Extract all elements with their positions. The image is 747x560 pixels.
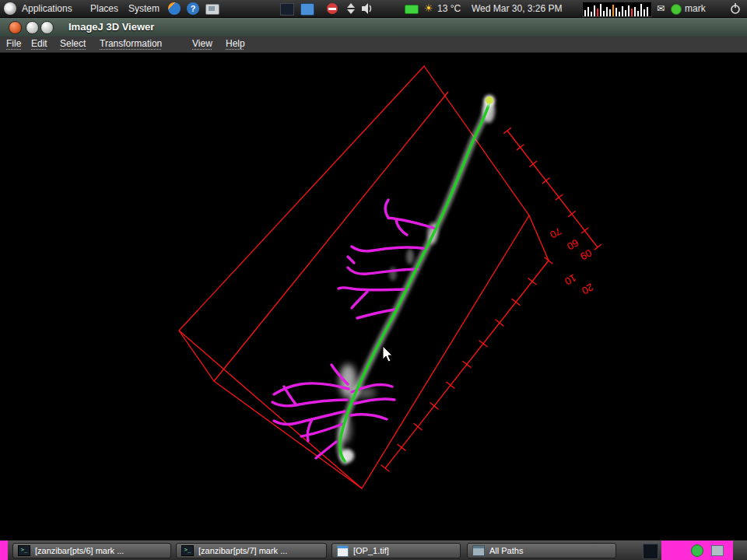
bounding-box xyxy=(179,66,549,488)
firefox-launcher-icon[interactable] xyxy=(168,2,181,15)
bottom-taskbar: >_ [zanzibar[pts/6] mark ... >_ [zanziba… xyxy=(0,540,747,560)
places-menu[interactable]: Places xyxy=(87,0,121,17)
network-offline-icon[interactable] xyxy=(327,3,338,14)
window-minimize-button[interactable] xyxy=(26,21,39,34)
main-traced-path xyxy=(340,103,489,461)
menu-help[interactable]: Help xyxy=(226,37,245,52)
menu-edit[interactable]: Edit xyxy=(31,37,47,52)
screenshot-launcher-icon[interactable] xyxy=(205,4,219,15)
power-icon[interactable] xyxy=(730,3,741,20)
menu-file[interactable]: File xyxy=(6,37,21,52)
tray-window-icon-small[interactable] xyxy=(711,545,724,556)
taskbar-button-image[interactable]: [OP_1.tif] xyxy=(331,543,461,558)
weather-icon[interactable]: ☀ xyxy=(424,0,433,17)
envelope-icon[interactable]: ✉ xyxy=(657,0,665,17)
temperature-label: 13 °C xyxy=(437,0,461,17)
window-titlebar[interactable]: ImageJ 3D Viewer xyxy=(0,17,747,37)
menu-view[interactable]: View xyxy=(192,37,212,52)
path-endpoint-marker xyxy=(484,95,495,106)
window-maximize-button[interactable] xyxy=(40,21,54,34)
system-menu[interactable]: System xyxy=(125,0,163,17)
top-panel: Applications Places System ? ☀ 13 °C Wed… xyxy=(0,0,747,18)
taskbar-button-label: [zanzibar[pts/7] mark ... xyxy=(198,546,287,555)
updown-arrows-icon[interactable] xyxy=(346,3,356,20)
taskbar-button-terminal-2[interactable]: >_ [zanzibar[pts/7] mark ... xyxy=(176,543,327,558)
3d-scene: 70 60 09 10 20 xyxy=(0,52,747,540)
terminal-icon: >_ xyxy=(18,545,30,556)
taskbar-button-label: [zanzibar[pts/6] mark ... xyxy=(35,546,124,555)
system-monitor-graph[interactable] xyxy=(582,2,652,17)
applications-menu[interactable]: Applications xyxy=(19,0,75,17)
viewer-canvas[interactable]: 70 60 09 10 20 xyxy=(0,52,747,540)
window-close-button[interactable] xyxy=(9,21,22,34)
tray-window-icon[interactable] xyxy=(280,3,294,16)
dendrite-branches xyxy=(272,200,436,458)
network-monitor-icon[interactable] xyxy=(405,5,419,14)
tray-dark-icon[interactable] xyxy=(643,544,658,559)
paths-window-icon xyxy=(472,545,485,556)
menubar: File Edit Select Transformation View Hel… xyxy=(0,37,747,53)
tray-app-icon[interactable] xyxy=(300,3,314,16)
username-label[interactable]: mark xyxy=(685,0,706,17)
menu-transformation[interactable]: Transformation xyxy=(100,37,162,52)
axis-label-60: 60 xyxy=(565,236,580,252)
clock-label[interactable]: Wed Mar 30, 3:26 PM xyxy=(472,0,563,17)
status-available-icon[interactable] xyxy=(671,4,682,15)
menu-select[interactable]: Select xyxy=(60,37,86,52)
taskbar-button-all-paths[interactable]: All Paths xyxy=(467,543,616,558)
axis-label-10: 10 xyxy=(563,271,578,287)
speaker-icon[interactable] xyxy=(361,3,374,20)
taskbar-button-label: [OP_1.tif] xyxy=(353,546,389,555)
taskbar-button-label: All Paths xyxy=(489,546,523,555)
mouse-cursor xyxy=(380,345,392,363)
video-artifact-left xyxy=(0,541,8,560)
terminal-icon: >_ xyxy=(181,545,194,556)
window-title: ImageJ 3D Viewer xyxy=(68,17,154,37)
axis-label-20: 20 xyxy=(580,281,595,296)
distributor-logo-icon[interactable] xyxy=(4,2,16,15)
tray-green-status-icon[interactable] xyxy=(691,544,703,557)
help-launcher-icon[interactable]: ? xyxy=(187,2,199,15)
volume-fuzz xyxy=(338,98,495,463)
image-document-icon xyxy=(337,545,349,557)
taskbar-button-terminal-1[interactable]: >_ [zanzibar[pts/6] mark ... xyxy=(12,543,171,558)
axis-label-70: 70 xyxy=(548,225,563,240)
desktop: { "panel": { "menus": ["Applications", "… xyxy=(0,0,747,560)
axis-label-09: 09 xyxy=(578,247,594,262)
